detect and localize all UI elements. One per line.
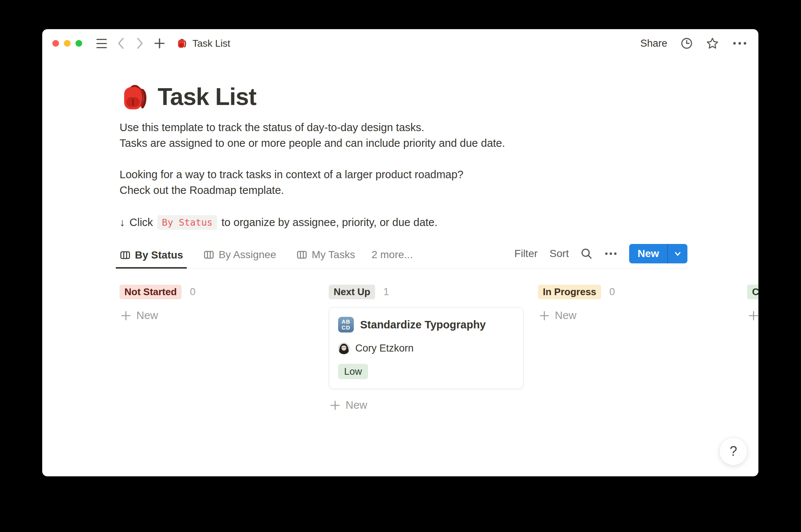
share-button[interactable]: Share xyxy=(640,38,667,49)
sidebar-toggle-icon[interactable] xyxy=(96,39,107,48)
new-tab-plus-icon[interactable] xyxy=(154,38,165,49)
tab-my-tasks[interactable]: My Tasks xyxy=(293,249,359,268)
new-button-label[interactable]: New xyxy=(629,244,667,263)
add-card-button[interactable]: New xyxy=(747,309,758,322)
board-view-icon xyxy=(203,249,214,260)
add-card-label: New xyxy=(555,309,576,322)
board-column-not-started: Not Started 0 New xyxy=(120,284,314,411)
page-title: Task List xyxy=(158,83,256,111)
search-icon[interactable] xyxy=(581,248,593,260)
add-card-button[interactable]: New xyxy=(120,309,314,322)
column-count: 0 xyxy=(609,286,615,298)
titlebar-page-title: Task List xyxy=(192,38,230,49)
tab-by-assignee[interactable]: By Assignee xyxy=(200,249,280,268)
minimize-window-button[interactable] xyxy=(64,40,71,47)
description-line: Looking for a way to track tasks in cont… xyxy=(120,167,687,182)
add-card-button[interactable]: New xyxy=(538,309,733,322)
add-card-button[interactable]: New xyxy=(329,399,523,411)
tab-label: My Tasks xyxy=(312,249,355,261)
notion-window: Task List Share Task Lis xyxy=(42,29,758,476)
plus-icon xyxy=(121,310,131,321)
updates-clock-icon[interactable] xyxy=(681,37,693,49)
page-description: Use this template to track the status of… xyxy=(120,120,687,198)
status-badge[interactable]: In Progress xyxy=(538,285,601,299)
board-column-in-progress: In Progress 0 New xyxy=(538,284,733,411)
tab-by-status[interactable]: By Status xyxy=(116,249,187,269)
task-card[interactable]: ABCD Standardize Typography xyxy=(329,307,523,389)
assignee-name: Cory Etzkorn xyxy=(355,343,414,354)
add-card-label: New xyxy=(136,309,158,322)
hint-suffix: to organize by assignee, priority, or du… xyxy=(222,216,437,229)
help-button[interactable]: ? xyxy=(719,437,748,466)
down-arrow-glyph: ↓ xyxy=(120,216,125,229)
card-priority-row: Low xyxy=(338,364,514,379)
zoom-window-button[interactable] xyxy=(75,40,82,47)
more-options-icon[interactable] xyxy=(732,41,747,46)
add-card-label: New xyxy=(346,399,367,411)
hint-line: ↓ Click By Status to organize by assigne… xyxy=(120,215,687,230)
sort-button[interactable]: Sort xyxy=(550,248,569,260)
view-toolbar: By Status By Assignee My Tasks 2 more...… xyxy=(120,244,687,269)
kanban-board: Not Started 0 New Next Up 1 ABCD Standar… xyxy=(42,284,758,411)
titlebar: Task List Share xyxy=(42,29,758,58)
view-options-icon[interactable] xyxy=(604,252,617,256)
status-badge[interactable]: Not Started xyxy=(120,285,182,299)
card-assignee-row: Cory Etzkorn xyxy=(338,343,514,354)
plus-icon xyxy=(748,310,758,321)
column-count: 1 xyxy=(383,286,389,298)
new-button[interactable]: New xyxy=(629,244,687,263)
backpack-icon xyxy=(176,38,188,49)
desktop-background: { "titlebar": { "title": "Task List", "s… xyxy=(0,0,801,532)
board-view-icon xyxy=(296,249,307,260)
hint-code-tag: By Status xyxy=(157,215,217,230)
priority-badge: Low xyxy=(338,364,368,379)
back-icon[interactable] xyxy=(117,37,126,50)
hint-prefix: Click xyxy=(130,216,153,229)
chevron-down-icon[interactable] xyxy=(668,244,687,263)
plus-icon xyxy=(539,310,550,321)
more-tabs-button[interactable]: 2 more... xyxy=(371,249,412,268)
forward-icon[interactable] xyxy=(135,37,144,50)
favorite-star-icon[interactable] xyxy=(706,37,719,50)
backpack-page-icon[interactable] xyxy=(120,81,150,113)
status-badge[interactable]: Completed xyxy=(747,285,758,299)
description-line: Use this template to track the status of… xyxy=(120,120,687,135)
card-title: Standardize Typography xyxy=(360,319,486,331)
close-window-button[interactable] xyxy=(52,40,59,47)
card-title-row: ABCD Standardize Typography xyxy=(338,317,514,332)
description-line: Check out the Roadmap template. xyxy=(120,182,687,198)
tab-label: By Status xyxy=(135,249,183,261)
status-badge[interactable]: Next Up xyxy=(329,285,375,299)
description-line: Tasks are assigned to one or more people… xyxy=(120,135,687,151)
board-column-next-up: Next Up 1 ABCD Standardize Typography xyxy=(329,284,523,411)
traffic-lights xyxy=(52,40,82,47)
page-header: Task List xyxy=(120,80,687,113)
view-actions: Filter Sort New xyxy=(514,244,687,268)
column-header: Not Started 0 xyxy=(120,284,314,299)
page-content: Task List Use this template to track the… xyxy=(42,80,687,269)
column-header: Completed xyxy=(747,284,758,299)
column-header: Next Up 1 xyxy=(329,284,523,299)
avatar xyxy=(338,343,350,354)
column-header: In Progress 0 xyxy=(538,284,733,299)
view-tabs: By Status By Assignee My Tasks 2 more... xyxy=(116,249,413,268)
abcd-input-letters-icon: ABCD xyxy=(338,317,354,332)
column-count: 0 xyxy=(190,286,195,298)
board-column-completed: Completed New xyxy=(747,284,758,411)
plus-icon xyxy=(330,400,340,411)
filter-button[interactable]: Filter xyxy=(514,248,538,260)
board-view-icon xyxy=(120,250,131,261)
tab-label: By Assignee xyxy=(219,249,276,261)
